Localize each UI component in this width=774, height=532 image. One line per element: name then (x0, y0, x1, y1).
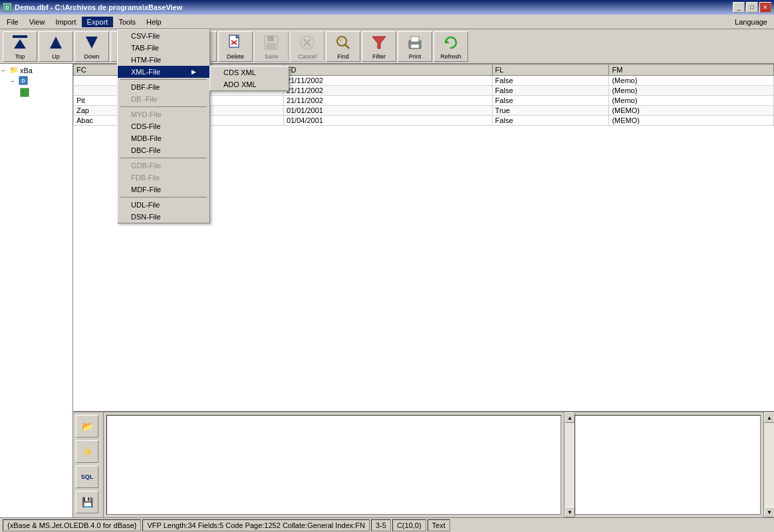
toolbar-delete-button[interactable]: Delete (218, 31, 253, 62)
toolbar-down-button[interactable]: Down (74, 31, 109, 62)
export-mdf[interactable]: MDF-File (118, 184, 209, 196)
col-fl: FL (492, 65, 609, 76)
title-bar-left: D Demo.dbf - C:\Archivos de programa\xBa… (3, 3, 182, 12)
bottom-scrollbar-v: ▲ ▼ (564, 412, 575, 517)
svg-rect-2 (13, 35, 27, 38)
restore-button[interactable]: □ (746, 2, 758, 13)
export-dbf[interactable]: DBF-File (118, 81, 209, 93)
save-label: Save (265, 53, 279, 60)
cell-fd: 01/01/2001 (283, 106, 492, 116)
toolbar-save-button[interactable]: Save (254, 31, 289, 62)
cell-fl: False (492, 96, 609, 106)
print-label: Print (409, 53, 422, 60)
save-bottom-button[interactable]: 💾 (76, 491, 98, 513)
close-button[interactable]: ✕ (759, 2, 771, 13)
svg-point-29 (339, 39, 342, 41)
toolbar-find-button[interactable]: Find (326, 31, 360, 62)
cell-fd: 21/11/2002 (283, 96, 492, 106)
lightning-button[interactable]: ⚡ (76, 440, 98, 463)
expand-icon: − (1, 67, 8, 74)
lightning-icon: ⚡ (82, 446, 93, 457)
scroll-track (565, 423, 575, 507)
bottom-text-area[interactable] (106, 415, 561, 515)
menu-view[interactable]: View (24, 17, 51, 27)
up-icon (47, 33, 65, 52)
svg-marker-3 (14, 39, 26, 49)
save-bottom-icon: 💾 (82, 497, 93, 507)
toolbar-filter-button[interactable]: Filter (362, 31, 396, 62)
top-label: Top (15, 53, 25, 60)
minimize-button[interactable]: _ (733, 2, 745, 13)
export-csv[interactable]: CSV-File (118, 30, 209, 42)
bottom-left-buttons: 📂 ⚡ SQL 💾 (73, 412, 104, 517)
scroll-down-btn2[interactable]: ▼ (764, 507, 774, 517)
svg-text:D: D (6, 5, 9, 10)
col-fm: FM (609, 65, 774, 76)
bottom-panel-right (575, 415, 761, 515)
export-cds-xml[interactable]: CDS XML (210, 66, 289, 78)
toolbar-up-button[interactable]: Up (39, 31, 73, 62)
cell-fl: True (492, 106, 609, 116)
cell-fm: (Memo) (609, 86, 774, 96)
svg-rect-22 (267, 36, 274, 41)
cell-fl: False (492, 86, 609, 96)
svg-marker-4 (50, 37, 62, 49)
export-htm[interactable]: HTM-File (118, 54, 209, 66)
status-mode: Text (428, 519, 450, 531)
export-xml-wrap: XML-File ▶ CDS XML ADO XML (118, 66, 209, 78)
find-label: Find (337, 53, 349, 60)
toolbar-cancel-button[interactable]: Cancel (290, 31, 324, 62)
expand-icon-2: − (11, 78, 17, 84)
tree-db[interactable]: − D (1, 75, 71, 87)
open-folder-button[interactable]: 📂 (76, 415, 98, 438)
folder-open-icon: 📂 (82, 421, 93, 432)
toolbar: Top Up Down Bottom (0, 29, 774, 64)
tree-table[interactable] (1, 87, 71, 99)
find-icon (334, 33, 352, 52)
separator-2 (120, 106, 207, 107)
scroll-down-btn[interactable]: ▼ (565, 507, 575, 517)
menu-tools[interactable]: Tools (113, 17, 141, 27)
menu-help[interactable]: Help (141, 17, 167, 27)
cell-fm: (Memo) (609, 96, 774, 106)
menu-file[interactable]: File (1, 17, 24, 27)
cell-fd: 21/11/2002 (283, 86, 492, 96)
svg-point-34 (418, 41, 420, 43)
svg-rect-33 (411, 45, 419, 48)
svg-point-27 (337, 37, 346, 46)
svg-marker-30 (372, 37, 386, 49)
export-fdb: FDB-File (118, 172, 209, 184)
menu-bar: File View Import Export Tools Help Langu… (0, 15, 774, 29)
svg-line-28 (345, 45, 349, 49)
export-dbc[interactable]: DBC-File (118, 144, 209, 156)
title-bar: D Demo.dbf - C:\Archivos de programa\xBa… (0, 0, 774, 15)
status-position: 3-5 (371, 519, 391, 531)
filter-label: Filter (372, 53, 386, 60)
export-cds[interactable]: CDS-File (118, 120, 209, 132)
export-dsn[interactable]: DSN-File (118, 211, 209, 223)
tree-root[interactable]: − 📁 xBa (1, 65, 71, 75)
scroll-up-btn2[interactable]: ▲ (764, 412, 774, 423)
export-xml[interactable]: XML-File ▶ (118, 66, 209, 78)
toolbar-print-button[interactable]: Print (398, 31, 432, 62)
scroll-track2 (764, 423, 774, 507)
down-label: Down (84, 53, 99, 60)
menu-language[interactable]: Language (729, 17, 773, 27)
export-xml-label: XML-File (131, 68, 160, 76)
window-title: Demo.dbf - C:\Archivos de programa\xBase… (15, 3, 182, 11)
status-bar: {xBase & MS.Jet.OLEDB.4.0 for dBase} VFP… (0, 517, 774, 532)
bottom-scrollbar-v2: ▲ ▼ (763, 412, 774, 517)
scroll-up-btn[interactable]: ▲ (565, 412, 575, 423)
sql-button[interactable]: SQL (76, 466, 98, 488)
toolbar-refresh-button[interactable]: Refresh (434, 31, 468, 62)
toolbar-top-button[interactable]: Top (3, 31, 37, 62)
down-icon (82, 33, 101, 52)
menu-export[interactable]: Export (82, 17, 114, 27)
menu-import[interactable]: Import (50, 17, 81, 27)
delete-icon (226, 33, 245, 52)
export-ado-xml[interactable]: ADO XML (210, 78, 289, 90)
separator-4 (120, 197, 207, 198)
export-mdb[interactable]: MDB-File (118, 132, 209, 144)
export-tab[interactable]: TAB-File (118, 42, 209, 54)
export-udl[interactable]: UDL-File (118, 199, 209, 211)
